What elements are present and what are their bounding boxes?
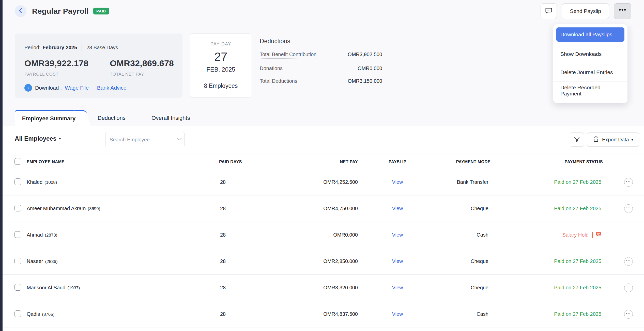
payment-status: Paid on 27 Feb 2025 bbox=[554, 311, 601, 317]
col-paid-days: PAID DAYS bbox=[219, 159, 257, 164]
payroll-cost-value: OMR39,922.178 bbox=[24, 58, 88, 68]
employee-name: Khaled bbox=[27, 179, 42, 185]
row-checkbox[interactable] bbox=[14, 258, 21, 264]
paid-days: 28 bbox=[219, 179, 257, 185]
employee-filter-dropdown[interactable]: All Employees ▾ bbox=[15, 135, 61, 142]
view-payslip-link[interactable]: View bbox=[392, 179, 403, 185]
view-payslip-link[interactable]: View bbox=[392, 311, 403, 317]
deductions-summary: Deductions Total Benefit Contribution OM… bbox=[260, 38, 382, 84]
ellipsis-icon: ··· bbox=[626, 285, 631, 289]
select-all-checkbox[interactable] bbox=[14, 158, 21, 165]
page-title: Regular Payroll bbox=[32, 7, 89, 15]
col-employee-name: EMPLOYEE NAME bbox=[27, 159, 219, 164]
net-pay: OMR4,252.500 bbox=[257, 179, 358, 185]
employee-name: Qadis bbox=[27, 311, 40, 317]
table-row: Ameer Muhammad Akram(3699) 28 OMR4,750.0… bbox=[3, 195, 644, 222]
tab-content: All Employees ▾ Export Data ▾ bbox=[3, 126, 644, 331]
tab-overall-insights[interactable]: Overall Insights bbox=[140, 110, 201, 126]
menu-item-show-downloads[interactable]: Show Downloads bbox=[553, 45, 627, 63]
row-checkbox[interactable] bbox=[14, 178, 21, 185]
comment-bubble-icon bbox=[545, 7, 552, 15]
payment-mode: Bank Transfer bbox=[433, 179, 490, 185]
row-more-button[interactable]: ··· bbox=[624, 310, 633, 319]
row-checkbox[interactable] bbox=[14, 284, 21, 291]
ellipsis-icon: ··· bbox=[626, 258, 631, 263]
col-payment-mode: PAYMENT MODE bbox=[433, 159, 490, 164]
menu-item-download-all-payslips[interactable]: Download all Payslips bbox=[556, 27, 624, 42]
filter-button[interactable] bbox=[570, 133, 584, 147]
period-label: Period: bbox=[24, 45, 40, 51]
paid-days: 28 bbox=[219, 206, 257, 211]
table-row: Qadis(8765) 28 OMR4,837.500 View Cash Pa… bbox=[3, 301, 644, 327]
payment-status-hold: Salary Hold bbox=[562, 231, 601, 238]
employee-table: EMPLOYEE NAME PAID DAYS NET PAY PAYSLIP … bbox=[3, 155, 644, 327]
payday-card: PAY DAY 27 FEB, 2025 8 Employees bbox=[190, 34, 252, 98]
payday-label: PAY DAY bbox=[210, 41, 231, 47]
col-payslip: PAYSLIP bbox=[358, 159, 433, 164]
row-checkbox[interactable] bbox=[14, 310, 21, 317]
paid-days: 28 bbox=[219, 285, 257, 291]
row-more-button[interactable]: ··· bbox=[624, 204, 633, 213]
net-pay: OMR4,837.500 bbox=[257, 311, 358, 317]
table-row: Ahmad(2873) 28 OMR0.000 View Cash Salary… bbox=[3, 222, 644, 248]
search-input[interactable] bbox=[110, 137, 177, 143]
tab-deductions[interactable]: Deductions bbox=[86, 110, 137, 126]
col-payment-status: PAYMENT STATUS bbox=[490, 159, 603, 164]
menu-item-delete-journal-entries[interactable]: Delete Journal Entries bbox=[553, 63, 627, 81]
send-payslip-button[interactable]: Send Payslip bbox=[562, 3, 609, 19]
divider bbox=[82, 44, 82, 51]
chevron-down-icon bbox=[177, 137, 182, 142]
payment-status: Paid on 27 Feb 2025 bbox=[554, 285, 601, 291]
employee-name: Ameer Muhammad Akram bbox=[27, 206, 86, 211]
total-net-pay-block: OMR32,869.678 TOTAL NET PAY bbox=[110, 58, 174, 77]
ellipsis-icon: ··· bbox=[626, 179, 631, 184]
employee-id: (2873) bbox=[45, 233, 57, 238]
net-pay: OMR0.000 bbox=[257, 232, 358, 238]
row-more-button[interactable]: ··· bbox=[624, 257, 633, 266]
payment-status: Paid on 27 Feb 2025 bbox=[554, 206, 601, 211]
divider bbox=[198, 78, 244, 78]
payment-mode: Cheque bbox=[433, 258, 490, 264]
row-more-button[interactable]: ··· bbox=[624, 284, 633, 292]
bank-advice-link[interactable]: Bank Advice bbox=[97, 85, 127, 91]
employee-id: (3699) bbox=[88, 206, 100, 211]
employee-id: (1937) bbox=[67, 286, 80, 291]
payment-status: Paid on 27 Feb 2025 bbox=[554, 258, 601, 264]
more-actions-button[interactable]: ••• bbox=[614, 3, 631, 19]
employee-search-select[interactable] bbox=[105, 132, 185, 147]
row-checkbox[interactable] bbox=[14, 231, 21, 238]
deduction-value: OMR3,150.000 bbox=[348, 78, 382, 84]
view-payslip-link[interactable]: View bbox=[392, 258, 403, 264]
payday-date: FEB, 2025 bbox=[206, 66, 235, 73]
payment-mode: Cash bbox=[433, 232, 490, 238]
back-button[interactable] bbox=[15, 5, 26, 17]
paid-days: 28 bbox=[219, 311, 257, 317]
payment-mode: Cheque bbox=[433, 206, 490, 211]
status-badge: PAID bbox=[93, 8, 109, 14]
download-label: Download : bbox=[35, 85, 62, 91]
employee-name: Ahmad bbox=[27, 232, 43, 238]
download-icon: ↓ bbox=[24, 84, 32, 92]
tab-employee-summary[interactable]: Employee Summary bbox=[15, 110, 83, 126]
row-more-button[interactable]: ··· bbox=[624, 178, 633, 187]
ellipsis-icon: ••• bbox=[619, 7, 626, 13]
tab-bar: Employee Summary Deductions Overall Insi… bbox=[3, 110, 644, 126]
view-payslip-link[interactable]: View bbox=[392, 285, 403, 290]
employee-count: 8 Employees bbox=[204, 82, 238, 89]
divider bbox=[592, 232, 593, 238]
table-row: Mansoor Al Saud(1937) 28 OMR3,320.000 Vi… bbox=[3, 275, 644, 301]
employee-id: (2836) bbox=[45, 259, 57, 264]
payment-status: Paid on 27 Feb 2025 bbox=[554, 179, 601, 185]
menu-item-delete-recorded-payment[interactable]: Delete Recorded Payment bbox=[553, 81, 627, 100]
paid-days: 28 bbox=[219, 232, 257, 238]
row-checkbox[interactable] bbox=[14, 205, 21, 211]
wage-file-link[interactable]: Wage File bbox=[65, 85, 89, 91]
hold-comment-icon[interactable] bbox=[596, 231, 601, 238]
export-data-button[interactable]: Export Data ▾ bbox=[587, 133, 639, 147]
payroll-cost-block: OMR39,922.178 PAYROLL COST bbox=[24, 58, 88, 77]
comments-button[interactable] bbox=[541, 3, 557, 19]
view-payslip-link[interactable]: View bbox=[392, 232, 403, 238]
view-payslip-link[interactable]: View bbox=[392, 206, 403, 211]
export-icon bbox=[593, 136, 602, 144]
more-actions-menu: Download all Payslips Show Downloads Del… bbox=[553, 24, 628, 103]
